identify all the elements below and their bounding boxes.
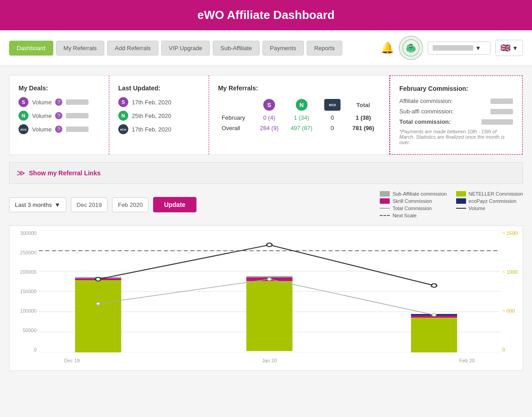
page-header: eWO Affiliate Dashboard	[0, 0, 532, 30]
referral-links-label: Show my Referral Links	[29, 169, 101, 177]
deals-box: My Deals: S Volume ? N Volume ? eco Volu…	[9, 75, 109, 155]
bar-neteller-feb	[411, 317, 457, 352]
legend-dashed-next-scale	[380, 215, 390, 216]
y-left-300000: 300000	[14, 230, 37, 236]
legend-color-sub-affiliate	[380, 191, 390, 197]
commission-note: *Payments are made between 10th - 15th o…	[399, 129, 513, 145]
help-icon-eco[interactable]: ?	[55, 126, 62, 133]
col-header-s: S	[254, 97, 285, 112]
updated-row-eco: eco 17th Feb, 2020	[118, 124, 200, 134]
tc-dot-feb	[432, 314, 436, 316]
referrals-title: My Referrals:	[218, 84, 381, 92]
deal-row-s: S Volume ?	[19, 97, 100, 107]
commission-title: February Commission:	[399, 85, 513, 92]
commission-total-value	[481, 119, 513, 125]
legend-line-volume	[456, 208, 466, 209]
commission-affiliate-row: Affiliate commission:	[399, 98, 513, 104]
nav-bar: Dashboard My Referrals Add Referrals VIP…	[0, 30, 532, 66]
updated-badge-eco: eco	[118, 124, 128, 134]
chart-area: 300000 250000 200000 150000 100000 50000…	[9, 225, 523, 371]
commission-affiliate-label: Affiliate commission:	[399, 98, 453, 104]
badge-eco: eco	[19, 124, 28, 134]
tc-dot-dec	[96, 302, 100, 305]
legend-label-skrill: Skrill Commission	[392, 198, 432, 204]
date-from-value: Dec 2019	[77, 201, 102, 208]
deal-label-s: Volume	[32, 99, 51, 106]
chart-controls: Last 3 months ▼ Dec 2019 Feb 2020 Update…	[9, 191, 523, 218]
language-dropdown[interactable]: 🇬🇧 ▼	[495, 40, 523, 56]
bar-subaffi-jan	[246, 276, 292, 277]
update-button[interactable]: Update	[153, 197, 196, 212]
y-right-500: ~ 500	[502, 308, 518, 314]
row-s-overall: 284 (9)	[254, 123, 285, 133]
help-icon-n[interactable]: ?	[55, 112, 62, 119]
legend-line-total	[380, 208, 390, 209]
row-total-february: 1 (38)	[346, 112, 381, 123]
update-label: Update	[164, 201, 185, 208]
row-total-overall: 781 (96)	[346, 123, 381, 133]
vol-dot-feb	[431, 284, 437, 287]
commission-subaffi-label: Sub-affi commission:	[399, 108, 453, 115]
nav-reports[interactable]: Reports	[307, 41, 343, 56]
deal-value-s	[66, 99, 89, 105]
header-title: eWO Affiliate Dashboard	[197, 8, 335, 22]
y-left-200000: 200000	[14, 269, 37, 275]
chart-plot	[39, 230, 500, 352]
notification-bell-icon[interactable]: 🔔	[381, 42, 394, 54]
commission-box: February Commission: Affiliate commissio…	[390, 75, 523, 155]
updated-box: Last Updated: S 17th Feb, 2020 N 25th Fe…	[109, 75, 209, 155]
svg-text:eWO: eWO	[409, 45, 414, 47]
dashboard-content: My Deals: S Volume ? N Volume ? eco Volu…	[0, 66, 532, 380]
commission-affiliate-value	[490, 98, 513, 104]
updated-date-s: 17th Feb, 2020	[132, 99, 171, 106]
legend-label-volume: Volume	[469, 206, 485, 211]
bar-neteller-jan	[246, 281, 292, 351]
updated-badge-s: S	[118, 97, 128, 107]
nav-my-referrals[interactable]: My Referrals	[56, 41, 105, 56]
row-label-february: February	[218, 112, 254, 123]
referrals-table: S N eco Total February 0 (4)	[218, 97, 381, 133]
referral-links-bar[interactable]: ≫ Show my Referral Links	[9, 162, 523, 184]
updated-badge-n: N	[118, 111, 128, 121]
deals-title: My Deals:	[19, 84, 100, 92]
nav-dashboard[interactable]: Dashboard	[9, 41, 53, 56]
nav-vip-upgrade[interactable]: VIP Upgrade	[161, 41, 210, 56]
x-label-feb: Feb 20	[459, 358, 475, 363]
updated-date-eco: 17th Feb, 2020	[132, 126, 171, 133]
x-label-dec: Dec 19	[64, 358, 80, 363]
chart-legend: Sub-Affiliate commission NETELLER Commis…	[380, 191, 523, 218]
bar-neteller-dec	[75, 279, 121, 352]
row-s-february: 0 (4)	[254, 112, 285, 123]
legend-volume: Volume	[456, 206, 523, 211]
logo-svg: eWO ★★★★★	[402, 39, 420, 57]
period-select[interactable]: Last 3 months ▼	[9, 197, 66, 212]
chart-container: 300000 250000 200000 150000 100000 50000…	[14, 230, 518, 366]
vol-dot-dec	[95, 277, 101, 281]
date-to-input[interactable]: Feb 2020	[112, 197, 149, 212]
flag-icon: 🇬🇧	[500, 43, 510, 53]
stats-row: My Deals: S Volume ? N Volume ? eco Volu…	[9, 75, 523, 155]
period-label: Last 3 months	[15, 201, 52, 208]
date-from-input[interactable]: Dec 2019	[71, 197, 108, 212]
user-dropdown[interactable]: ▼	[428, 42, 491, 55]
legend-label-total-commission: Total Commission	[392, 206, 432, 211]
legend-sub-affiliate: Sub-Affiliate commission	[380, 191, 447, 197]
legend-neteller: NETELLER Commission	[456, 191, 523, 197]
row-label-overall: Overall	[218, 123, 254, 133]
chevron-down-icon-lang: ▼	[512, 45, 518, 52]
legend-color-neteller	[456, 191, 466, 197]
svg-text:★★★★★: ★★★★★	[408, 51, 415, 52]
username-redacted	[433, 45, 473, 51]
updated-row-s: S 17th Feb, 2020	[118, 97, 200, 107]
legend-label-next-scale: Next Scale	[392, 213, 416, 218]
row-n-overall: 497 (87)	[285, 123, 319, 133]
help-icon-s[interactable]: ?	[55, 98, 62, 106]
col-header-empty	[218, 97, 254, 112]
nav-sub-affiliate[interactable]: Sub-Affiliate	[213, 41, 260, 56]
referrals-row-february: February 0 (4) 1 (34) 0 1 (38)	[218, 112, 381, 123]
nav-payments[interactable]: Payments	[262, 41, 304, 56]
commission-total-row: Total commission:	[399, 118, 513, 125]
deal-value-n	[66, 113, 89, 118]
col-header-total: Total	[346, 97, 381, 112]
nav-add-referrals[interactable]: Add Referrals	[107, 41, 158, 56]
